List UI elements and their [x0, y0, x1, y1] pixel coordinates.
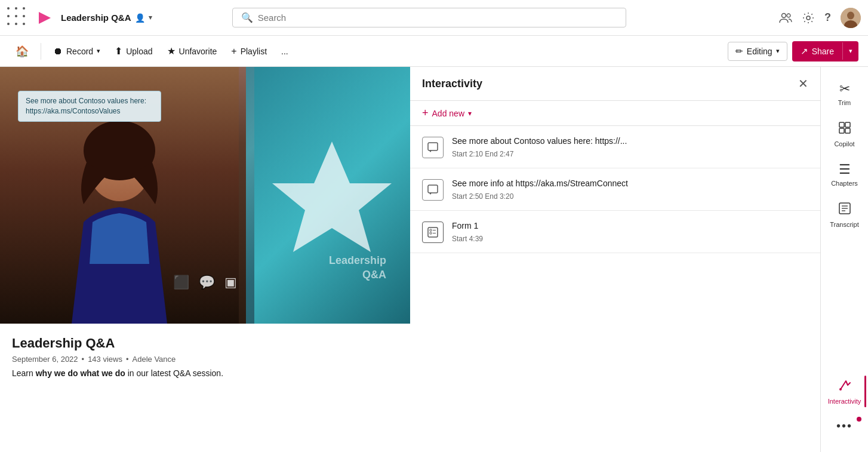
item-title-2: See more info at https://aka.ms/StreamCo… [452, 178, 808, 190]
video-watermark: Leadership Q&A [329, 254, 386, 282]
chapters-sidebar-btn[interactable]: ☰ Chapters [823, 157, 866, 192]
more-btn[interactable]: ... [275, 43, 294, 60]
nav-right: ? [779, 8, 861, 28]
trim-sidebar-btn[interactable]: ✂ Trim [823, 76, 866, 111]
interactivity-header: Interactivity ✕ [410, 67, 820, 101]
app-name-chevron: ▾ [149, 14, 152, 21]
video-info: Leadership Q&A September 6, 2022 • 143 v… [0, 324, 410, 388]
transcript-sidebar-btn[interactable]: Transcript [823, 196, 866, 233]
svg-rect-20 [839, 128, 844, 133]
record-chevron: ▾ [97, 47, 100, 55]
svg-rect-16 [430, 232, 432, 234]
video-player: See more about Contoso values here: http… [0, 67, 410, 324]
svg-point-26 [839, 388, 842, 390]
interactivity-panel: Interactivity ✕ + Add new ▾ See more [410, 67, 820, 452]
share-main-btn[interactable]: ↗ Share [792, 41, 842, 62]
home-icon: 🏠 [16, 45, 29, 58]
app-name[interactable]: Leadership Q&A 👤 ▾ [61, 13, 152, 23]
svg-marker-0 [39, 12, 51, 24]
search-icon: 🔍 [241, 12, 253, 23]
share-chevron: ▾ [849, 47, 852, 55]
add-new-chevron: ▾ [468, 109, 472, 118]
svg-rect-21 [845, 128, 850, 133]
main-content: See more about Contoso values here: http… [0, 67, 868, 452]
top-nav: Leadership Q&A 👤 ▾ 🔍 ? [0, 0, 868, 36]
interactivity-item[interactable]: See more about Contoso values here: http… [410, 126, 820, 168]
upload-btn[interactable]: ⬆ Upload [109, 42, 158, 60]
add-new-row: + Add new ▾ [410, 101, 820, 126]
svg-rect-13 [428, 227, 438, 237]
edit-icon: ✏ [735, 46, 743, 57]
svg-rect-19 [845, 122, 850, 127]
interactivity-items: See more about Contoso values here: http… [410, 126, 820, 452]
share-btn-group: ↗ Share ▾ [792, 41, 858, 62]
svg-point-5 [847, 11, 854, 19]
video-title: Leadership Q&A [12, 336, 398, 351]
people-icon: 👤 [135, 13, 145, 23]
share-icon: ↗ [801, 46, 808, 57]
toolbar: 🏠 ⏺ Record ▾ ⬆ Upload ★ Unfavorite + Pla… [0, 36, 868, 67]
app-grid-icon[interactable] [7, 7, 29, 29]
toolbar-sep-1 [41, 43, 41, 60]
settings-btn[interactable] [802, 11, 815, 24]
app-logo[interactable] [36, 9, 54, 27]
right-sidebar: ✂ Trim Copilot ☰ Chapters [820, 67, 868, 452]
record-icon: ⏺ [53, 46, 63, 57]
item-icon-chat-2 [422, 179, 444, 201]
video-description: Learn why we do what we do in our latest… [12, 368, 398, 378]
more-sidebar-btn[interactable]: ••• [823, 414, 866, 438]
transcript-icon [838, 201, 852, 219]
search-box: 🔍 [232, 8, 626, 27]
overlay-screen-icon[interactable]: ▣ [224, 275, 237, 290]
svg-rect-12 [428, 185, 438, 193]
item-icon-form [422, 222, 444, 243]
share-dropdown-btn[interactable]: ▾ [842, 42, 858, 60]
interactivity-item[interactable]: See more info at https://aka.ms/StreamCo… [410, 168, 820, 211]
item-title-3: Form 1 [452, 220, 808, 232]
svg-point-1 [782, 13, 786, 17]
playlist-btn[interactable]: + Playlist [225, 42, 273, 60]
trim-icon: ✂ [839, 81, 850, 97]
copilot-sidebar-btn[interactable]: Copilot [823, 116, 866, 152]
svg-point-3 [807, 16, 810, 20]
active-bar [864, 376, 866, 407]
video-meta: September 6, 2022 • 143 views • Adele Va… [12, 355, 398, 364]
chapters-icon: ☰ [839, 162, 851, 177]
home-btn[interactable]: 🏠 [10, 41, 35, 62]
copilot-icon [838, 121, 852, 138]
video-overlay-icons: ⬛ 💬 ▣ [173, 275, 237, 290]
avatar[interactable] [841, 8, 861, 28]
video-area: See more about Contoso values here: http… [0, 67, 410, 452]
item-title-1: See more about Contoso values here: http… [452, 136, 808, 147]
close-interactivity-btn[interactable]: ✕ [798, 76, 808, 91]
editing-btn[interactable]: ✏ Editing ▾ [728, 42, 787, 61]
svg-rect-11 [428, 143, 438, 150]
plus-icon: + [231, 46, 236, 57]
record-btn[interactable]: ⏺ Record ▾ [47, 42, 106, 60]
add-new-btn[interactable]: + Add new ▾ [410, 101, 484, 125]
video-background: See more about Contoso values here: http… [0, 67, 410, 324]
item-content-3: Form 1 Start 4:39 [452, 220, 808, 243]
people-nav-btn[interactable] [779, 11, 792, 24]
unfavorite-btn[interactable]: ★ Unfavorite [161, 42, 223, 60]
item-icon-chat-1 [422, 137, 444, 158]
item-time-3: Start 4:39 [452, 235, 808, 243]
help-btn[interactable]: ? [824, 11, 831, 24]
search-input[interactable] [258, 13, 617, 23]
overlay-chat-icon[interactable]: 💬 [199, 275, 215, 290]
interactivity-icon [838, 378, 852, 395]
overlay-note-icon[interactable]: ⬛ [173, 275, 189, 290]
interactivity-title: Interactivity [422, 78, 482, 90]
interactivity-sidebar-btn[interactable]: Interactivity [823, 373, 866, 410]
svg-point-2 [787, 14, 790, 17]
svg-rect-14 [430, 229, 432, 231]
interactivity-item[interactable]: Form 1 Start 4:39 [410, 211, 820, 253]
item-content-2: See more info at https://aka.ms/StreamCo… [452, 178, 808, 201]
item-time-2: Start 2:50 End 3:20 [452, 192, 808, 201]
svg-marker-10 [272, 142, 392, 252]
toolbar-right: ✏ Editing ▾ ↗ Share ▾ [728, 41, 858, 62]
notification-badge [857, 417, 861, 422]
item-content-1: See more about Contoso values here: http… [452, 136, 808, 158]
star-icon: ★ [167, 45, 176, 57]
more-dots-icon: ••• [836, 419, 852, 433]
